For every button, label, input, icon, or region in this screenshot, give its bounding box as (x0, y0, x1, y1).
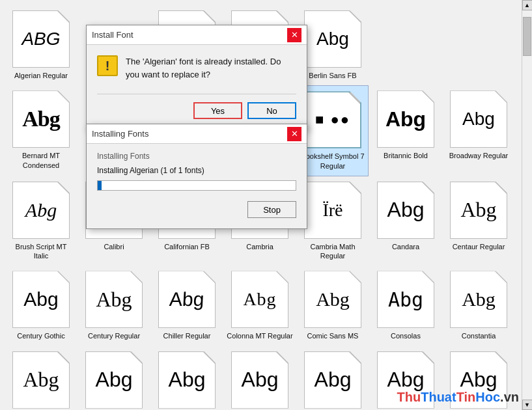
progress-bar-fill (98, 181, 102, 190)
install-message-text: The 'Algerian' font is already installed… (126, 55, 296, 81)
install-dialog-buttons: Yes No (97, 94, 296, 119)
install-dialog-close-button[interactable]: ✕ (287, 28, 301, 42)
dialog-overlay: Install Font ✕ ! The 'Algerian' font is … (0, 0, 532, 410)
installing-stop-row: Stop (97, 201, 296, 218)
install-font-dialog: Install Font ✕ ! The 'Algerian' font is … (86, 25, 307, 130)
installing-label: Installing Fonts (97, 152, 296, 161)
installing-dialog-body: Installing Fonts Installing Algerian (1 … (87, 144, 307, 228)
no-button[interactable]: No (247, 102, 296, 119)
installing-dialog-close-button[interactable]: ✕ (287, 127, 301, 141)
warning-icon: ! (97, 55, 118, 76)
install-dialog-body: ! The 'Algerian' font is already install… (87, 45, 307, 130)
yes-button[interactable]: Yes (193, 102, 242, 119)
installing-dialog-title: Installing Fonts (92, 129, 148, 139)
installing-fonts-dialog: Installing Fonts ✕ Installing Fonts Inst… (86, 124, 307, 229)
progress-bar-container (97, 180, 296, 191)
install-dialog-title: Install Font (92, 30, 133, 40)
stop-button[interactable]: Stop (247, 201, 296, 218)
install-message-row: ! The 'Algerian' font is already install… (97, 55, 296, 81)
installing-text: Installing Algerian (1 of 1 fonts) (97, 166, 296, 175)
install-dialog-titlebar: Install Font ✕ (87, 25, 307, 45)
installing-dialog-titlebar: Installing Fonts ✕ (87, 124, 307, 144)
